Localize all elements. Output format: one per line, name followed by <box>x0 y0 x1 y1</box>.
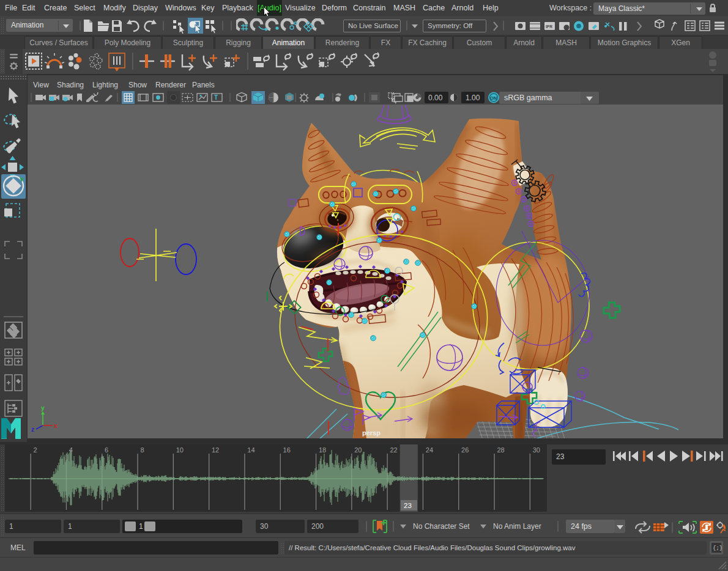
svg-text:16: 16 <box>283 446 291 454</box>
svg-text:12: 12 <box>212 446 219 454</box>
svg-text:18: 18 <box>319 446 326 454</box>
svg-text:6: 6 <box>105 446 108 454</box>
svg-text:1.00: 1.00 <box>466 94 480 102</box>
svg-text:30: 30 <box>533 446 540 454</box>
svg-text:{;}: {;} <box>713 545 722 551</box>
svg-text:0.00: 0.00 <box>428 94 443 102</box>
svg-text:23: 23 <box>404 502 412 509</box>
svg-text:IPR: IPR <box>546 24 552 29</box>
svg-text:14: 14 <box>247 446 254 454</box>
svg-text:persp: persp <box>362 429 381 437</box>
svg-text:z: z <box>31 426 34 433</box>
svg-text:24: 24 <box>426 446 433 454</box>
svg-text:8: 8 <box>140 446 144 454</box>
svg-text:26: 26 <box>461 446 469 454</box>
svg-text:2: 2 <box>34 446 37 454</box>
svg-text:20: 20 <box>354 446 362 454</box>
svg-text:ON: ON <box>490 95 497 101</box>
svg-text:28: 28 <box>497 446 504 454</box>
svg-text:4: 4 <box>69 446 73 454</box>
svg-text:T: T <box>214 94 218 101</box>
svg-text:y: y <box>41 405 45 411</box>
svg-text:x: x <box>54 422 58 429</box>
svg-text:22: 22 <box>390 446 398 454</box>
svg-text:10: 10 <box>176 446 184 454</box>
